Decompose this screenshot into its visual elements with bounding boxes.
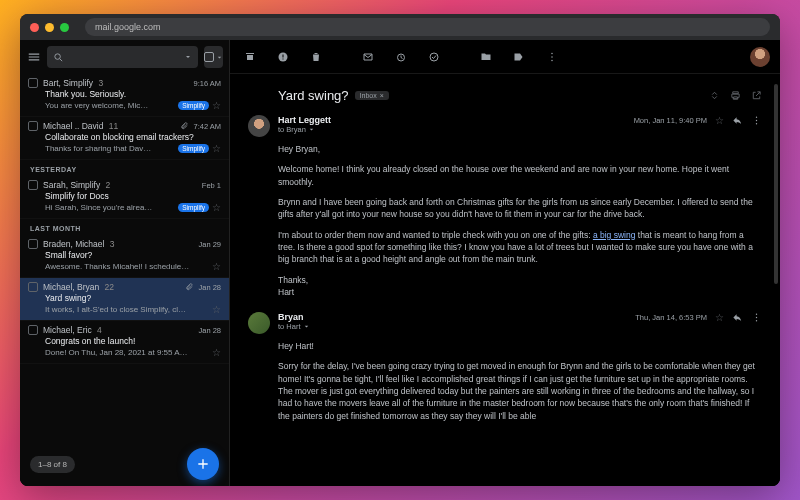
svg-point-5: [430, 53, 438, 61]
svg-point-11: [756, 123, 757, 124]
url-bar[interactable]: mail.google.com: [85, 18, 770, 36]
label-chip: Simplify: [178, 101, 209, 110]
inbox-label[interactable]: Inbox ×: [355, 91, 389, 100]
window-zoom[interactable]: [60, 23, 69, 32]
reply-button[interactable]: [732, 312, 743, 323]
conversation-subject: Yard swing?: [278, 88, 349, 103]
search-input[interactable]: [68, 52, 180, 62]
thread-row[interactable]: Michael .. David 117:42 AMCollaborate on…: [20, 117, 229, 160]
thread-snippet: Hi Sarah, Since you're alrea…: [45, 203, 175, 212]
scrollbar[interactable]: [774, 84, 778, 284]
sender-name: Bryan: [278, 312, 627, 322]
more-button[interactable]: [542, 47, 562, 67]
search-icon: [53, 52, 64, 63]
print-button[interactable]: [730, 90, 741, 101]
reply-button[interactable]: [732, 115, 743, 126]
checkbox[interactable]: [28, 239, 38, 249]
labels-button[interactable]: [509, 47, 529, 67]
chevron-down-icon[interactable]: [184, 53, 192, 61]
svg-rect-3: [283, 58, 284, 59]
subject-actions: [709, 90, 762, 101]
svg-point-8: [551, 59, 553, 61]
thread-time: Jan 28: [198, 326, 221, 335]
thread-row[interactable]: Braden, Michael 3Jan 29Small favor?Aweso…: [20, 235, 229, 278]
reading-toolbar: [230, 40, 780, 74]
thread-from: Sarah, Simplify 2: [43, 180, 197, 190]
sender-avatar[interactable]: [248, 312, 270, 334]
thread-snippet: Thanks for sharing that Dav…: [45, 144, 175, 153]
thread-subject: Yard swing?: [45, 293, 221, 303]
thread-time: Jan 28: [198, 283, 221, 292]
checkbox[interactable]: [28, 78, 38, 88]
profile-avatar[interactable]: [750, 47, 770, 67]
message-more-button[interactable]: [751, 312, 762, 323]
big-swing-link[interactable]: a big swing: [593, 230, 636, 240]
window-close[interactable]: [30, 23, 39, 32]
message: Hart Leggettto Bryan Mon, Jan 11, 9:40 P…: [248, 115, 762, 298]
message-body: Hey Bryan,Welcome home! I think you alre…: [278, 143, 762, 298]
thread-row[interactable]: Sarah, Simplify 2Feb 1Simplify for DocsH…: [20, 176, 229, 219]
thread-snippet: It works, I alt-S'ed to close Simplify, …: [45, 305, 209, 314]
thread-time: 9:16 AM: [193, 79, 221, 88]
thread-row[interactable]: Michael, Eric 4Jan 28Congrats on the lau…: [20, 321, 229, 364]
star-icon[interactable]: ☆: [212, 261, 221, 272]
mark-unread-button[interactable]: [358, 47, 378, 67]
sender-avatar[interactable]: [248, 115, 270, 137]
thread-time: Feb 1: [202, 181, 221, 190]
thread-from: Bart, Simplify 3: [43, 78, 188, 88]
snooze-button[interactable]: [391, 47, 411, 67]
spam-button[interactable]: [273, 47, 293, 67]
delete-button[interactable]: [306, 47, 326, 67]
select-all-button[interactable]: [204, 46, 223, 68]
star-icon[interactable]: ☆: [212, 304, 221, 315]
star-icon[interactable]: ☆: [715, 312, 724, 323]
thread-row[interactable]: Bart, Simplify 39:16 AMThank you. Seriou…: [20, 74, 229, 117]
thread-snippet: Awesome. Thanks Micahel! I schedule…: [45, 262, 209, 271]
message-more-button[interactable]: [751, 115, 762, 126]
recipient-line[interactable]: to Hart: [278, 322, 627, 331]
app: Bart, Simplify 39:16 AMThank you. Seriou…: [20, 40, 780, 486]
checkbox[interactable]: [28, 180, 38, 190]
checkbox[interactable]: [28, 282, 38, 292]
thread-from: Michael, Eric 4: [43, 325, 193, 335]
recipient-line[interactable]: to Bryan: [278, 125, 626, 134]
search-bar[interactable]: [47, 46, 198, 68]
section-header: LAST MONTH: [20, 219, 229, 235]
thread-row[interactable]: Michael, Bryan 22Jan 28Yard swing?It wor…: [20, 278, 229, 321]
archive-button[interactable]: [240, 47, 260, 67]
thread-list: Bart, Simplify 39:16 AMThank you. Seriou…: [20, 74, 229, 442]
chevron-down-icon: [216, 54, 223, 61]
star-icon[interactable]: ☆: [212, 143, 221, 154]
thread-from: Michael, Bryan 22: [43, 282, 180, 292]
message-header: Hart Leggettto Bryan Mon, Jan 11, 9:40 P…: [248, 115, 762, 137]
label-chip: Simplify: [178, 203, 209, 212]
plus-icon: [195, 456, 211, 472]
svg-point-6: [551, 52, 553, 54]
pager[interactable]: 1–8 of 8: [30, 456, 75, 473]
thread-subject: Congrats on the launch!: [45, 336, 221, 346]
label-chip: Simplify: [178, 144, 209, 153]
new-window-button[interactable]: [751, 90, 762, 101]
star-icon[interactable]: ☆: [212, 100, 221, 111]
svg-point-13: [756, 317, 757, 318]
reading-pane: Yard swing? Inbox × Hart Leggettto Bryan…: [230, 40, 780, 486]
checkbox[interactable]: [28, 325, 38, 335]
compose-button[interactable]: [187, 448, 219, 480]
star-icon[interactable]: ☆: [212, 202, 221, 213]
list-footer: 1–8 of 8: [20, 442, 229, 486]
move-to-button[interactable]: [476, 47, 496, 67]
thread-subject: Simplify for Docs: [45, 191, 221, 201]
checkbox[interactable]: [28, 121, 38, 131]
thread-subject: Small favor?: [45, 250, 221, 260]
add-task-button[interactable]: [424, 47, 444, 67]
thread-subject: Thank you. Seriously.: [45, 89, 221, 99]
collapse-button[interactable]: [709, 90, 720, 101]
paperclip-icon: [185, 283, 193, 291]
close-icon[interactable]: ×: [380, 92, 384, 99]
main-menu-button[interactable]: [26, 47, 41, 67]
thread-from: Michael .. David 11: [43, 121, 175, 131]
message: Bryanto Hart Thu, Jan 14, 6:53 PM☆Hey Ha…: [248, 312, 762, 422]
star-icon[interactable]: ☆: [715, 115, 724, 126]
window-minimize[interactable]: [45, 23, 54, 32]
star-icon[interactable]: ☆: [212, 347, 221, 358]
